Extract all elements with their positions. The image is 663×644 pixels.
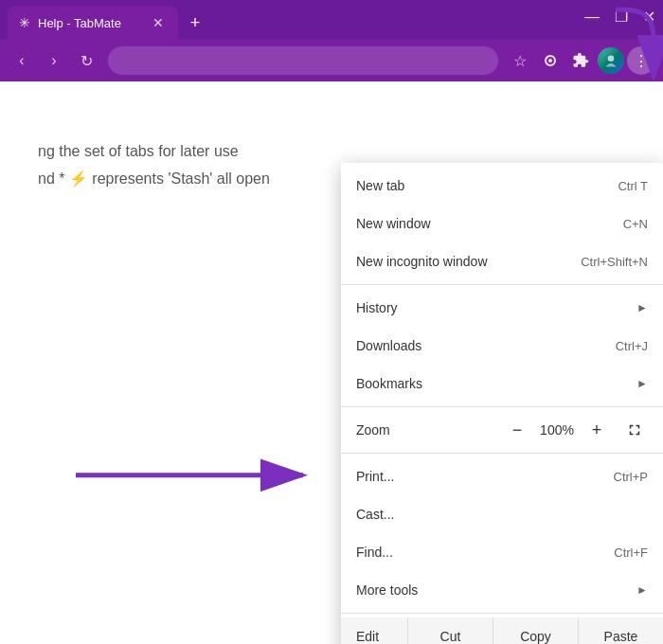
browser-frame: ✳ Help - TabMate ✕ + — ❐ ✕ ‹ › ↻ ☆	[0, 0, 663, 644]
tab-bar: ✳ Help - TabMate ✕ + — ❐ ✕	[0, 0, 663, 40]
menu-divider-2	[341, 406, 663, 407]
menu-item-new-window-label: New window	[356, 216, 623, 231]
menu-item-new-tab-shortcut: Ctrl T	[618, 179, 648, 193]
edit-row: Edit Cut Copy Paste	[341, 617, 663, 644]
chrome-dropdown-menu: New tab Ctrl T New window C+N New incogn…	[341, 163, 663, 644]
cut-button[interactable]: Cut	[407, 617, 493, 644]
menu-item-history-label: History	[356, 300, 629, 315]
menu-item-find-label: Find...	[356, 545, 614, 560]
menu-item-new-tab[interactable]: New tab Ctrl T	[341, 167, 663, 205]
zoom-control-row: Zoom − 100% +	[341, 411, 663, 449]
menu-item-new-incognito-label: New incognito window	[356, 254, 581, 269]
menu-divider-4	[341, 613, 663, 614]
menu-item-more-tools-label: More tools	[356, 582, 629, 598]
browser-toolbar: ‹ › ↻ ☆	[0, 40, 663, 81]
bookmark-star-icon[interactable]: ☆	[506, 46, 534, 75]
menu-item-more-tools[interactable]: More tools ►	[341, 571, 663, 609]
menu-item-downloads-shortcut: Ctrl+J	[616, 339, 648, 353]
history-arrow-icon: ►	[636, 301, 648, 314]
tab-close-button[interactable]: ✕	[150, 14, 167, 31]
zoom-controls: − 100% +	[504, 417, 648, 443]
svg-point-3	[608, 56, 615, 63]
menu-item-history[interactable]: History ►	[341, 289, 663, 327]
menu-item-downloads[interactable]: Downloads Ctrl+J	[341, 327, 663, 365]
tab-title: Help - TabMate	[38, 16, 142, 30]
active-tab[interactable]: ✳ Help - TabMate ✕	[8, 6, 178, 40]
screenshot-icon[interactable]	[536, 46, 564, 75]
zoom-in-button[interactable]: +	[583, 417, 610, 443]
menu-item-new-incognito-shortcut: Ctrl+Shift+N	[581, 255, 648, 269]
menu-item-cast[interactable]: Cast...	[341, 495, 663, 533]
zoom-label: Zoom	[356, 422, 504, 438]
paste-button[interactable]: Paste	[578, 617, 663, 644]
page-text-line1: ng the set of tabs for later use	[38, 143, 239, 159]
chrome-menu-button[interactable]: ⋮	[627, 46, 655, 75]
maximize-button[interactable]: ❐	[615, 8, 628, 26]
menu-item-print-shortcut: Ctrl+P	[614, 470, 648, 484]
zoom-out-button[interactable]: −	[504, 417, 530, 443]
menu-item-cast-label: Cast...	[356, 507, 648, 522]
menu-item-downloads-label: Downloads	[356, 338, 616, 353]
svg-point-1	[548, 59, 552, 63]
zoom-value: 100%	[538, 422, 576, 438]
toolbar-right-icons: ☆	[506, 46, 655, 75]
menu-item-new-window-shortcut: C+N	[623, 217, 648, 231]
page-content: ng the set of tabs for later use nd * ⚡ …	[0, 81, 663, 644]
avatar-icon[interactable]	[597, 46, 625, 75]
tab-favicon-icon: ✳	[19, 15, 30, 30]
close-window-button[interactable]: ✕	[643, 8, 655, 26]
menu-item-find[interactable]: Find... Ctrl+F	[341, 533, 663, 571]
profile-avatar	[598, 47, 624, 74]
reload-button[interactable]: ↻	[72, 46, 100, 75]
menu-item-bookmarks[interactable]: Bookmarks ►	[341, 365, 663, 402]
address-bar[interactable]	[108, 46, 498, 75]
window-controls: — ❐ ✕	[584, 8, 655, 26]
new-tab-button[interactable]: +	[182, 9, 208, 36]
menu-item-print-label: Print...	[356, 469, 614, 484]
bookmarks-arrow-icon: ►	[636, 377, 648, 390]
menu-item-print[interactable]: Print... Ctrl+P	[341, 457, 663, 495]
menu-divider-3	[341, 453, 663, 454]
menu-item-new-incognito[interactable]: New incognito window Ctrl+Shift+N	[341, 242, 663, 280]
menu-divider-1	[341, 284, 663, 285]
edit-label: Edit	[341, 629, 407, 644]
more-tools-arrow-icon: ►	[636, 583, 648, 597]
copy-button[interactable]: Copy	[493, 617, 578, 644]
extensions-icon[interactable]	[566, 46, 595, 75]
forward-button[interactable]: ›	[40, 46, 68, 75]
fullscreen-button[interactable]	[621, 417, 648, 443]
menu-item-find-shortcut: Ctrl+F	[614, 546, 648, 560]
menu-item-new-window[interactable]: New window C+N	[341, 205, 663, 242]
menu-item-bookmarks-label: Bookmarks	[356, 376, 629, 391]
minimize-button[interactable]: —	[584, 9, 600, 26]
menu-item-new-tab-label: New tab	[356, 178, 618, 193]
page-text-line2: nd * ⚡ represents 'Stash' all open	[38, 170, 270, 187]
back-button[interactable]: ‹	[8, 46, 36, 75]
